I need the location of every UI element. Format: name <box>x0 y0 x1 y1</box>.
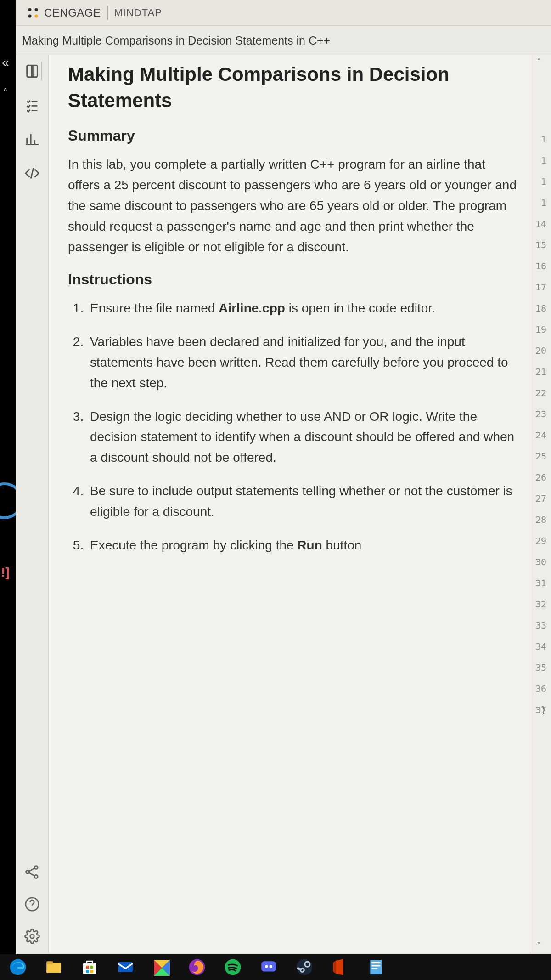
steam-icon[interactable] <box>296 958 313 976</box>
discord-icon[interactable] <box>260 958 277 976</box>
line-number: 22 <box>530 382 551 403</box>
gear-icon[interactable] <box>24 929 40 944</box>
photos-icon[interactable] <box>152 958 170 976</box>
spotify-icon[interactable] <box>224 958 242 976</box>
microsoft-store-icon[interactable] <box>81 958 98 976</box>
scroll-up-icon[interactable]: ˄ <box>537 57 541 67</box>
line-number: 28 <box>530 509 551 530</box>
svg-rect-12 <box>83 963 96 974</box>
svg-rect-16 <box>90 970 93 973</box>
edge-icon[interactable] <box>9 958 27 976</box>
left-rail <box>16 55 49 953</box>
svg-rect-10 <box>46 963 61 973</box>
os-left-strip: « ˄ !] <box>0 0 16 980</box>
line-number: 20 <box>530 340 551 361</box>
instructions-heading: Instructions <box>68 271 517 288</box>
page-title: Making Multiple Comparisons in Decision … <box>68 62 517 113</box>
line-number: 1 <box>530 150 551 171</box>
line-number: 14 <box>530 213 551 234</box>
brand-divider <box>107 6 108 20</box>
checklist-icon[interactable] <box>24 97 40 113</box>
line-number: 27 <box>530 488 551 509</box>
line-number: 37 <box>530 699 551 720</box>
svg-rect-21 <box>261 961 276 971</box>
svg-rect-14 <box>90 966 93 969</box>
svg-rect-13 <box>86 966 89 969</box>
instructions-list: Ensure the file named Airline.cpp is ope… <box>68 298 517 555</box>
svg-rect-17 <box>118 962 133 972</box>
list-item: Variables have been declared and initial… <box>87 332 517 393</box>
filename: Airline.cpp <box>219 301 285 315</box>
line-number: 1 <box>530 129 551 150</box>
notepad-icon[interactable] <box>367 958 385 976</box>
office-icon[interactable] <box>332 958 349 976</box>
summary-heading: Summary <box>68 127 517 144</box>
svg-point-1 <box>35 8 38 11</box>
app-window: CENGAGE MINDTAP Making Multiple Comparis… <box>16 0 551 954</box>
brand-mindtap: MINDTAP <box>114 7 162 19</box>
line-number: 31 <box>530 572 551 594</box>
code-line-gutter: ˄ 11111415161718192021222324252627282930… <box>530 55 551 953</box>
svg-rect-30 <box>372 968 378 969</box>
svg-point-3 <box>35 14 38 17</box>
line-number: 32 <box>530 594 551 615</box>
line-number: 26 <box>530 467 551 488</box>
share-icon[interactable] <box>24 864 40 880</box>
file-explorer-icon[interactable] <box>45 958 62 976</box>
list-item: Be sure to include output statements tel… <box>87 481 517 522</box>
line-number: 25 <box>530 446 551 467</box>
main-row: Making Multiple Comparisons in Decision … <box>16 55 551 953</box>
content-col: Making Multiple Comparisons in Decision … <box>49 55 551 953</box>
svg-point-22 <box>265 965 268 968</box>
svg-rect-11 <box>46 961 53 964</box>
help-icon[interactable] <box>24 896 40 912</box>
book-icon[interactable] <box>24 63 40 79</box>
list-item: Design the logic deciding whether to use… <box>87 407 517 468</box>
line-number: 35 <box>530 657 551 678</box>
breadcrumb-text: Making Multiple Comparisons in Decision … <box>22 34 330 47</box>
svg-point-8 <box>30 935 34 939</box>
line-number: 24 <box>530 425 551 446</box>
alert-icon: !] <box>1 565 10 580</box>
line-number: 18 <box>530 298 551 319</box>
breadcrumb: Making Multiple Comparisons in Decision … <box>16 26 551 55</box>
line-number: 21 <box>530 361 551 382</box>
svg-point-24 <box>297 959 313 975</box>
line-number: 23 <box>530 403 551 425</box>
mail-icon[interactable] <box>117 958 134 976</box>
brand-bar: CENGAGE MINDTAP <box>16 0 551 26</box>
bar-chart-icon[interactable] <box>24 131 40 147</box>
cengage-logo-icon <box>27 6 39 19</box>
line-number: 34 <box>530 636 551 657</box>
chevron-up-icon[interactable]: ˄ <box>3 87 8 99</box>
line-number: 17 <box>530 277 551 298</box>
line-number: 1 <box>530 171 551 192</box>
instructions-panel: Making Multiple Comparisons in Decision … <box>49 55 530 953</box>
svg-rect-29 <box>372 965 381 966</box>
summary-text: In this lab, you complete a partially wr… <box>68 154 517 257</box>
run-word: Run <box>297 538 322 552</box>
svg-point-23 <box>270 965 272 968</box>
line-number: 19 <box>530 319 551 340</box>
svg-point-2 <box>28 14 32 17</box>
windows-taskbar <box>0 954 551 980</box>
line-number: 30 <box>530 551 551 572</box>
code-icon[interactable] <box>24 165 40 181</box>
svg-point-0 <box>28 8 32 11</box>
line-number: 36 <box>530 678 551 699</box>
svg-rect-15 <box>86 970 89 973</box>
line-number: 1 <box>530 192 551 213</box>
back-chevron-icon[interactable]: « <box>2 55 9 70</box>
scroll-down-icon[interactable]: ˅ <box>537 940 541 951</box>
list-item: Execute the program by clicking the Run … <box>87 535 517 556</box>
list-item: Ensure the file named Airline.cpp is ope… <box>87 298 517 319</box>
firefox-icon[interactable] <box>188 958 206 976</box>
svg-rect-28 <box>372 962 381 963</box>
line-number: 15 <box>530 234 551 255</box>
line-number: 29 <box>530 530 551 551</box>
line-number: 16 <box>530 255 551 277</box>
line-number: 33 <box>530 615 551 636</box>
brand-cengage: CENGAGE <box>44 6 101 19</box>
